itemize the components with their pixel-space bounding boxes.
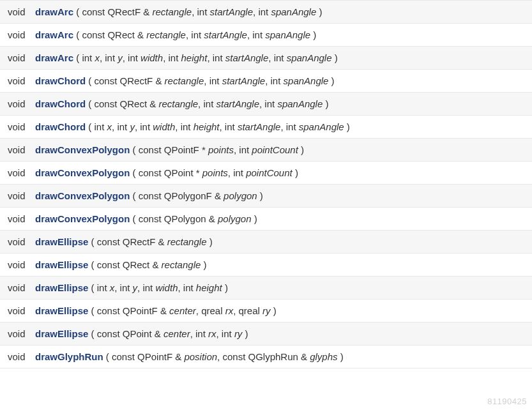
param-type: const QRect & xyxy=(97,259,159,270)
function-name-link[interactable]: drawConvexPolygon xyxy=(35,190,130,201)
param-name: y xyxy=(130,121,135,132)
param-type: int xyxy=(252,29,262,40)
function-signature: drawChord ( const QRect & rectangle, int… xyxy=(35,93,532,116)
param-name: startAngle xyxy=(225,52,269,63)
table-row: voiddrawEllipse ( const QPoint & center,… xyxy=(0,323,532,345)
param-name: rectangle xyxy=(167,236,207,247)
param-name: startAngle xyxy=(204,29,247,40)
param-type: int xyxy=(233,167,243,178)
param-name: spanAngle xyxy=(277,98,323,109)
return-type: void xyxy=(0,162,35,185)
param-type: const QRect & xyxy=(95,98,156,109)
param-name: width xyxy=(153,121,175,132)
table-row: voiddrawArc ( const QRect & rectangle, i… xyxy=(0,24,532,47)
param-type: int xyxy=(225,121,235,132)
function-signature: drawEllipse ( int x, int y, int width, i… xyxy=(35,277,532,300)
param-type: int xyxy=(271,75,281,86)
param-name: spanAngle xyxy=(299,121,344,132)
param-name: rx xyxy=(208,328,217,339)
param-type: int xyxy=(286,121,296,132)
function-name-link[interactable]: drawChord xyxy=(35,75,86,86)
param-name: rx xyxy=(225,305,234,316)
function-name-link[interactable]: drawEllipse xyxy=(35,328,88,339)
table-row: voiddrawGlyphRun ( const QPointF & posit… xyxy=(0,345,532,368)
param-name: points xyxy=(202,167,228,178)
param-name: center xyxy=(169,305,196,316)
param-name: ry xyxy=(234,328,243,339)
param-name: rectangle xyxy=(165,75,204,86)
param-type: const QPointF & xyxy=(97,305,167,316)
param-type: int xyxy=(183,282,194,293)
function-signature: drawGlyphRun ( const QPointF & position,… xyxy=(35,345,532,368)
param-name: rectangle xyxy=(162,259,201,270)
function-signature: drawConvexPolygon ( const QPolygon & pol… xyxy=(35,208,532,231)
function-name-link[interactable]: drawChord xyxy=(35,98,86,109)
table-row: voiddrawEllipse ( const QPointF & center… xyxy=(0,300,532,323)
table-row: voiddrawConvexPolygon ( const QPointF * … xyxy=(0,139,532,162)
param-name: rectangle xyxy=(146,29,186,40)
return-type: void xyxy=(0,93,35,116)
param-name: startAngle xyxy=(216,98,259,109)
function-signature: drawEllipse ( const QRect & rectangle ) xyxy=(35,254,532,277)
function-name-link[interactable]: drawEllipse xyxy=(35,259,88,270)
param-type: int xyxy=(274,52,284,63)
function-name-link[interactable]: drawArc xyxy=(35,29,73,40)
function-name-link[interactable]: drawArc xyxy=(35,52,73,63)
function-name-link[interactable]: drawConvexPolygon xyxy=(35,167,130,178)
table-row: voiddrawArc ( int x, int y, int width, i… xyxy=(0,47,532,70)
table-row: voiddrawEllipse ( int x, int y, int widt… xyxy=(0,277,532,300)
param-type: qreal xyxy=(239,305,260,316)
table-row: voiddrawChord ( const QRectF & rectangle… xyxy=(0,70,532,93)
param-type: int xyxy=(191,29,201,40)
param-name: pointCount xyxy=(246,167,293,178)
function-name-link[interactable]: drawChord xyxy=(35,121,86,132)
param-type: const QRectF & xyxy=(97,236,165,247)
param-name: x xyxy=(107,121,112,132)
param-type: int xyxy=(105,52,115,63)
function-signature: drawConvexPolygon ( const QPolygonF & po… xyxy=(35,185,532,208)
param-name: startAngle xyxy=(238,121,281,132)
function-name-link[interactable]: drawArc xyxy=(35,6,73,17)
function-name-link[interactable]: drawConvexPolygon xyxy=(35,213,130,224)
param-name: height xyxy=(194,121,220,132)
param-type: const QPoint * xyxy=(139,167,200,178)
function-name-link[interactable]: drawConvexPolygon xyxy=(35,144,130,155)
param-type: int xyxy=(95,121,105,132)
param-type: int xyxy=(117,121,127,132)
param-type: int xyxy=(239,144,249,155)
param-name: spanAngle xyxy=(265,29,310,40)
function-signature: drawEllipse ( const QPointF & center, qr… xyxy=(35,300,532,323)
table-row: voiddrawChord ( const QRect & rectangle,… xyxy=(0,93,532,116)
param-type: int xyxy=(181,121,191,132)
function-name-link[interactable]: drawEllipse xyxy=(35,305,88,316)
return-type: void xyxy=(0,231,35,254)
param-name: pointCount xyxy=(252,144,298,155)
return-type: void xyxy=(0,277,35,300)
param-type: int xyxy=(264,98,275,109)
function-name-link[interactable]: drawEllipse xyxy=(35,282,88,293)
function-name-link[interactable]: drawGlyphRun xyxy=(35,351,103,362)
table-row: voiddrawChord ( int x, int y, int width,… xyxy=(0,116,532,139)
return-type: void xyxy=(0,47,35,70)
function-signature: drawArc ( const QRectF & rectangle, int … xyxy=(35,1,532,24)
param-name: width xyxy=(141,52,163,63)
table-row: voiddrawArc ( const QRectF & rectangle, … xyxy=(0,1,532,24)
function-name-link[interactable]: drawEllipse xyxy=(35,236,88,247)
api-function-table: voiddrawArc ( const QRectF & rectangle, … xyxy=(0,0,532,368)
param-name: spanAngle xyxy=(284,75,329,86)
param-type: const QPointF * xyxy=(139,144,206,155)
table-row: voiddrawConvexPolygon ( const QPolygon &… xyxy=(0,208,532,231)
param-name: spanAngle xyxy=(287,52,332,63)
param-name: height xyxy=(181,52,208,63)
param-type: int xyxy=(97,282,107,293)
param-name: height xyxy=(196,282,222,293)
return-type: void xyxy=(0,323,35,345)
param-name: startAngle xyxy=(222,75,266,86)
table-row: voiddrawConvexPolygon ( const QPoint * p… xyxy=(0,162,532,185)
param-type: int xyxy=(168,52,178,63)
return-type: void xyxy=(0,116,35,139)
return-type: void xyxy=(0,345,35,368)
param-type: int xyxy=(203,98,213,109)
param-type: int xyxy=(128,52,138,63)
function-signature: drawChord ( const QRectF & rectangle, in… xyxy=(35,70,532,93)
